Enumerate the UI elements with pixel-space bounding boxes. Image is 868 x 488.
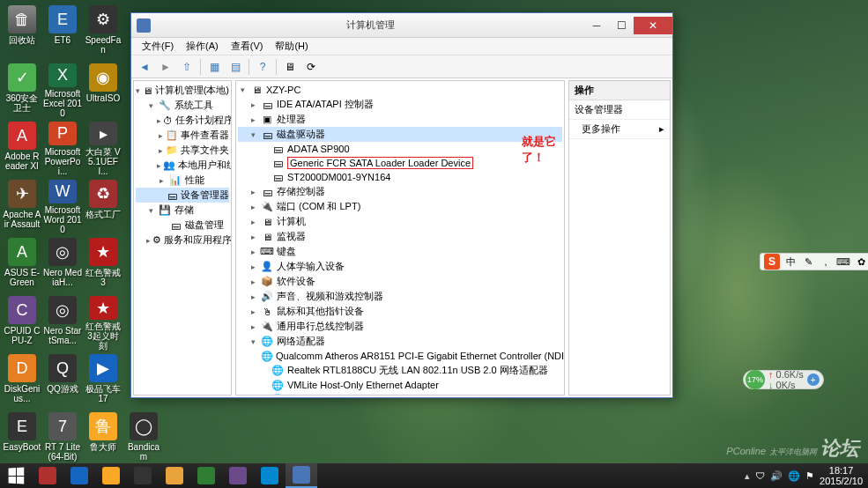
desktop-icon-speedfan[interactable]: ⚙SpeedFan xyxy=(83,2,123,60)
tree-node[interactable]: ▸📁共享文件夹 xyxy=(136,143,229,158)
ime-item[interactable]: ✎ xyxy=(801,255,815,269)
expand-icon[interactable]: ▾ xyxy=(249,337,258,346)
desktop-icon-excel[interactable]: XMicrosoft Excel 2010 xyxy=(42,60,83,118)
desktop-icon-reader[interactable]: AAdobe Reader XI xyxy=(2,118,42,176)
expand-icon[interactable]: + xyxy=(807,373,820,386)
tree-node[interactable]: ▸⚙服务和应用程序 xyxy=(136,233,229,248)
desktop-icon-ultraiso[interactable]: ◉UltraISO xyxy=(83,60,123,118)
tree-node[interactable]: ▸🖥计算机 xyxy=(238,214,562,229)
system-tray[interactable]: ▴ 🛡 🔊 🌐 ⚑ 18:17 2015/2/10 xyxy=(745,463,868,488)
perf-widget[interactable]: 17% ↑ 0.6K/s ↓ 0K/s + xyxy=(743,370,824,389)
desktop-icon-dabaicai[interactable]: ▸大白菜 V5.1UEFI... xyxy=(83,118,123,176)
desktop-icon-rt7[interactable]: 7RT 7 Lite (64-Bit) xyxy=(42,409,83,467)
expand-icon[interactable]: ▾ xyxy=(146,206,156,215)
tree-node[interactable]: ▾🖴磁盘驱动器 xyxy=(238,127,562,142)
tree-node[interactable]: ▸🖴IDE ATA/ATAPI 控制器 xyxy=(238,97,562,112)
tray-expand-icon[interactable]: ▴ xyxy=(745,470,750,482)
show-hide-button[interactable]: ▦ xyxy=(204,57,224,77)
desktop-icon-bandicam[interactable]: ◯Bandicam xyxy=(123,409,164,467)
taskbar-app-compmgmt[interactable] xyxy=(286,463,317,488)
desktop-icon-cpuz[interactable]: CCPUID CPU-Z xyxy=(2,292,42,351)
expand-icon[interactable]: ▸ xyxy=(249,100,258,109)
expand-icon[interactable]: ▾ xyxy=(146,101,156,110)
minimize-button[interactable]: ─ xyxy=(584,17,609,34)
expand-icon[interactable]: ▾ xyxy=(136,86,141,95)
expand-icon[interactable]: ▸ xyxy=(249,233,258,241)
expand-icon[interactable]: ▾ xyxy=(238,85,248,94)
tree-node[interactable]: ▾🖥计算机管理(本地) xyxy=(136,83,229,98)
properties-button[interactable]: ▤ xyxy=(226,57,245,77)
taskbar-app-app7[interactable] xyxy=(254,463,286,488)
expand-icon[interactable]: ▸ xyxy=(249,248,258,256)
taskbar-app-app3[interactable] xyxy=(95,463,127,488)
tree-node[interactable]: ▸▣处理器 xyxy=(238,112,562,127)
menu-item[interactable]: 操作(A) xyxy=(181,38,224,55)
ime-item[interactable]: , xyxy=(819,255,833,269)
ime-item[interactable]: ⌨ xyxy=(836,255,850,269)
forward-button[interactable]: ► xyxy=(156,57,175,77)
desktop-icon-qq[interactable]: QQQ游戏 xyxy=(42,351,83,409)
desktop-icon-fly[interactable]: ▶极品飞车17 xyxy=(83,351,123,409)
expand-icon[interactable]: ▸ xyxy=(249,188,258,196)
tree-node[interactable]: ▾🌐网络适配器 xyxy=(238,334,562,349)
tray-icon[interactable]: 🌐 xyxy=(788,470,800,482)
tree-node[interactable]: 🌐Qualcomm Atheros AR8151 PCI-E Gigabit E… xyxy=(238,349,562,363)
tree-node[interactable]: ▸📦软件设备 xyxy=(238,274,562,289)
expand-icon[interactable]: ▸ xyxy=(157,146,164,155)
tree-node[interactable]: ▸🔌端口 (COM 和 LPT) xyxy=(238,199,562,214)
tree-node[interactable]: ▸👥本地用户和组 xyxy=(136,158,229,173)
expand-icon[interactable]: ▸ xyxy=(146,236,151,245)
expand-icon[interactable]: ▸ xyxy=(249,115,258,124)
desktop-icon-nero[interactable]: ◎Nero MediaH... xyxy=(42,234,83,292)
expand-icon[interactable]: ▸ xyxy=(249,203,258,211)
expand-icon[interactable]: ▸ xyxy=(157,116,161,125)
more-actions[interactable]: 更多操作 ▸ xyxy=(569,120,670,139)
expand-icon[interactable]: ▸ xyxy=(249,292,258,301)
expand-icon[interactable]: ▸ xyxy=(157,176,167,185)
tray-icon[interactable]: 🔊 xyxy=(770,470,783,482)
actions-context[interactable]: 设备管理器 xyxy=(569,100,670,120)
tree-node[interactable]: ▸🔊声音、视频和游戏控制器 xyxy=(238,289,562,304)
expand-icon[interactable]: ▾ xyxy=(249,130,258,139)
tree-node[interactable]: ▸🖱鼠标和其他指针设备 xyxy=(238,304,562,319)
tree-node[interactable]: ▸🔌通用串行总线控制器 xyxy=(238,319,562,334)
expand-icon[interactable]: ▸ xyxy=(157,161,161,170)
desktop-icon-asus[interactable]: AASUS E-Green xyxy=(2,234,42,292)
desktop-icon-apache[interactable]: ✈Apache Air Assault xyxy=(2,176,42,234)
expand-icon[interactable]: ▸ xyxy=(249,307,258,316)
help-button[interactable]: ? xyxy=(253,57,272,77)
tree-node[interactable]: ▸👤人体学输入设备 xyxy=(238,259,562,274)
tree-node[interactable]: ▸📋事件查看器 xyxy=(136,128,229,143)
tree-node[interactable]: ▸⏱任务计划程序 xyxy=(136,113,229,128)
ime-item[interactable]: 中 xyxy=(783,255,798,269)
start-button[interactable] xyxy=(0,463,32,488)
desktop-icon-geshi[interactable]: ♻格式工厂 xyxy=(83,176,123,234)
ime-item[interactable]: ✿ xyxy=(854,255,868,269)
tree-node[interactable]: 🖴设备管理器 xyxy=(136,188,229,203)
expand-icon[interactable]: ▸ xyxy=(249,322,258,331)
taskbar-app-app4[interactable] xyxy=(127,463,159,488)
tree-node[interactable]: ▸📊性能 xyxy=(136,173,229,188)
tree-node[interactable]: ▾🖥XZY-PC xyxy=(238,83,562,97)
taskbar-app-folder[interactable] xyxy=(159,463,190,488)
taskbar-app-app5[interactable] xyxy=(190,463,222,488)
desktop-icon-ppt[interactable]: PMicrosoft PowerPoi... xyxy=(42,118,83,176)
expand-icon[interactable]: ▸ xyxy=(249,262,258,271)
desktop-icon-ludashi[interactable]: 鲁鲁大师 xyxy=(83,409,123,467)
tree-node[interactable]: 🌐Realtek RTL8188CU 无线 LAN 802.11n USB 2.… xyxy=(238,363,562,378)
sogou-icon[interactable]: S xyxy=(764,254,780,270)
tree-node[interactable]: 🌐VMLite Host-Only Ethernet Adapter xyxy=(238,378,562,392)
tree-node[interactable]: ▸⌨键盘 xyxy=(238,244,562,259)
expand-icon[interactable]: ▸ xyxy=(249,218,258,226)
tray-icon[interactable]: 🛡 xyxy=(755,470,765,481)
desktop-icon-360[interactable]: ✓360安全卫士 xyxy=(2,60,42,118)
titlebar[interactable]: 计算机管理 ─ ☐ ✕ xyxy=(131,13,672,38)
desktop-icon-easyboot[interactable]: EEasyBoot xyxy=(2,409,42,467)
clock[interactable]: 18:17 2015/2/10 xyxy=(820,465,863,486)
maximize-button[interactable]: ☐ xyxy=(609,17,634,34)
taskbar-app-app1[interactable] xyxy=(32,463,63,488)
desktop-icon-nero2[interactable]: ◎Nero StartSma... xyxy=(42,292,83,351)
desktop-icon-word[interactable]: WMicrosoft Word 2010 xyxy=(42,176,83,234)
menu-item[interactable]: 查看(V) xyxy=(226,38,269,55)
desktop-icon-red2[interactable]: ★红色警戒3起义时刻 xyxy=(83,292,123,351)
